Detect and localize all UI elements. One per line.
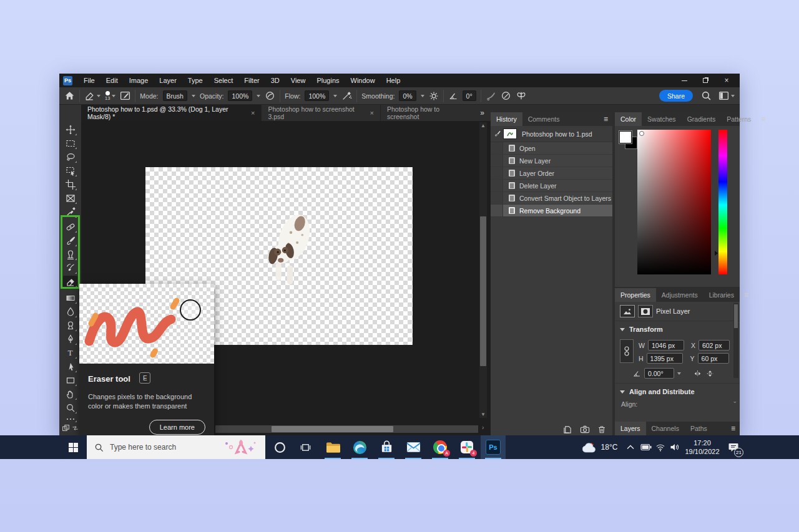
taskbar-edge[interactable] — [347, 435, 372, 459]
horizontal-scrollbar[interactable] — [215, 425, 478, 433]
history-source-toggle[interactable] — [491, 167, 503, 179]
taskbar-weather[interactable]: 18°C — [576, 435, 623, 459]
tab-swatches[interactable]: Swatches — [642, 112, 682, 126]
pen-tool[interactable] — [63, 333, 77, 346]
layer-thumbnail-icon[interactable] — [620, 305, 635, 317]
panel-menu-icon[interactable]: ≡ — [727, 422, 740, 435]
learn-more-button[interactable]: Learn more — [149, 420, 205, 435]
tab-document-2[interactable]: Photoshop how to screenshot 3.psd × — [262, 105, 381, 121]
horizontal-scroll-thumb[interactable] — [272, 426, 393, 432]
tab-channels[interactable]: Channels — [646, 422, 685, 435]
panel-menu-icon[interactable]: ≡ — [757, 112, 770, 126]
history-entry[interactable]: Layer Order — [491, 167, 612, 180]
brush-angle-field[interactable]: 0° — [463, 90, 476, 101]
gear-icon[interactable] — [429, 91, 439, 101]
tab-color[interactable]: Color — [615, 112, 642, 126]
mode-select[interactable]: Brush — [163, 90, 187, 101]
menu-image[interactable]: Image — [124, 74, 154, 87]
tab-document-3[interactable]: Photoshop how to screenshot — [381, 105, 474, 121]
crop-tool[interactable] — [63, 178, 77, 191]
panel-scroll-thumb[interactable] — [734, 304, 738, 328]
search-icon[interactable] — [701, 90, 712, 101]
menu-layer[interactable]: Layer — [154, 74, 182, 87]
cortana-button[interactable] — [268, 435, 292, 459]
flip-horizontal-icon[interactable] — [693, 369, 702, 378]
taskbar-photoshop[interactable]: Ps — [481, 435, 506, 459]
restore-button[interactable] — [696, 74, 715, 87]
chevron-down-icon[interactable] — [677, 372, 681, 375]
x-field[interactable]: 602 px — [699, 340, 730, 351]
close-icon[interactable]: × — [370, 109, 374, 117]
history-source-toggle[interactable] — [491, 205, 503, 216]
link-dimensions-button[interactable] — [620, 339, 634, 363]
close-button[interactable]: × — [717, 74, 736, 87]
hue-slider[interactable] — [718, 130, 727, 274]
smoothing-field[interactable]: 0% — [399, 90, 416, 101]
chevron-down-icon[interactable] — [333, 95, 337, 97]
foreground-color-swatch[interactable] — [619, 131, 632, 143]
rotate-angle-field[interactable]: 0.00° — [644, 368, 674, 379]
history-entry[interactable]: New Layer — [491, 155, 612, 167]
pressure-opacity-icon[interactable] — [265, 90, 275, 101]
history-entry[interactable]: Open — [491, 142, 612, 155]
width-field[interactable]: 1046 px — [648, 340, 684, 351]
taskbar-chrome[interactable]: A — [428, 435, 453, 459]
rectangle-tool[interactable] — [63, 374, 77, 387]
new-snapshot-camera-icon[interactable] — [580, 425, 590, 434]
layer-mask-icon[interactable] — [638, 305, 653, 317]
tab-history[interactable]: History — [491, 112, 522, 126]
taskbar-file-explorer[interactable] — [320, 435, 345, 459]
menu-view[interactable]: View — [286, 74, 311, 87]
gradient-tool[interactable] — [63, 292, 77, 304]
history-entry[interactable]: Delete Layer — [491, 180, 612, 192]
chevron-down-icon[interactable] — [421, 95, 424, 97]
y-field[interactable]: 60 px — [698, 353, 729, 364]
panel-menu-icon[interactable]: ≡ — [599, 112, 612, 126]
home-icon[interactable] — [64, 90, 75, 101]
scroll-down-icon[interactable]: ⌄ — [732, 398, 737, 404]
tab-comments[interactable]: Comments — [522, 112, 566, 126]
edit-toolbar-button[interactable] — [63, 415, 77, 423]
chevron-down-icon[interactable] — [192, 95, 195, 97]
tab-properties[interactable]: Properties — [615, 288, 656, 302]
object-selection-tool[interactable] — [63, 165, 77, 177]
hand-tool[interactable] — [63, 388, 77, 400]
menu-edit[interactable]: Edit — [101, 74, 123, 87]
airbrush-toggle-icon[interactable] — [501, 90, 511, 101]
workspace-switcher[interactable] — [718, 90, 735, 101]
tab-document-1[interactable]: Photoshop how to 1.psd @ 33.3% (Dog 1, L… — [81, 105, 262, 121]
minimize-button[interactable] — [675, 74, 694, 87]
lasso-tool[interactable] — [63, 151, 77, 163]
type-tool[interactable]: T — [63, 347, 77, 359]
blur-tool[interactable] — [63, 306, 77, 318]
height-field[interactable]: 1395 px — [647, 353, 683, 364]
taskbar-clock[interactable]: 17:20 19/10/2022 — [682, 435, 723, 459]
eraser-tool-preset[interactable] — [84, 90, 100, 101]
tab-patterns[interactable]: Patterns — [721, 112, 757, 126]
tray-volume[interactable] — [667, 435, 683, 459]
menu-file[interactable]: File — [79, 74, 100, 87]
menu-type[interactable]: Type — [183, 74, 208, 87]
zoom-tool[interactable] — [63, 402, 77, 414]
tab-paths[interactable]: Paths — [685, 422, 713, 435]
taskbar-store[interactable] — [374, 435, 399, 459]
history-brush-source-icon[interactable] — [491, 130, 503, 138]
vertical-scroll-thumb[interactable] — [480, 216, 486, 366]
flow-field[interactable]: 100% — [305, 90, 329, 101]
history-source-toggle[interactable] — [491, 155, 503, 167]
flip-vertical-icon[interactable] — [705, 369, 715, 378]
tray-battery[interactable] — [638, 435, 654, 459]
symmetry-butterfly-icon[interactable] — [516, 90, 527, 101]
rectangular-marquee-tool[interactable] — [63, 137, 77, 150]
brush-size-picker[interactable]: 13 — [105, 91, 115, 100]
screen-mode-icon[interactable] — [62, 424, 70, 432]
path-selection-tool[interactable] — [63, 360, 77, 373]
menu-3d[interactable]: 3D — [266, 74, 285, 87]
chevron-down-icon[interactable] — [257, 95, 260, 97]
opacity-field[interactable]: 100% — [228, 90, 252, 101]
taskbar-slack[interactable]: 4 — [454, 435, 479, 459]
move-tool[interactable] — [63, 123, 77, 136]
history-entry-selected[interactable]: Remove Background — [491, 205, 612, 217]
panel-menu-icon[interactable]: ≡ — [740, 288, 753, 302]
menu-select[interactable]: Select — [209, 74, 238, 87]
